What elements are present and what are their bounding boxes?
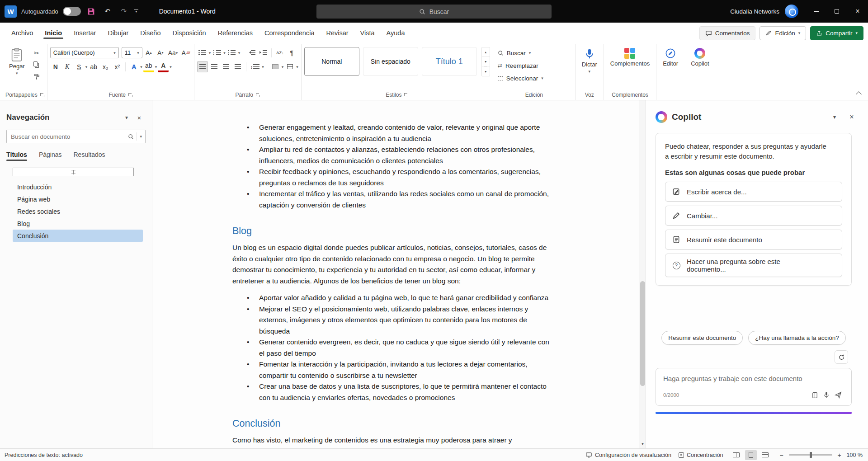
navigation-close-icon[interactable]: × (133, 112, 146, 123)
nav-item-blog[interactable]: Blog (13, 217, 143, 230)
prompt-pill-summarize[interactable]: Resumir este documento (661, 331, 743, 345)
superscript-button[interactable]: x² (112, 61, 123, 72)
share-button[interactable]: Compartir ▾ (810, 26, 863, 40)
copy-button[interactable] (31, 60, 42, 70)
zoom-slider-thumb[interactable] (810, 452, 812, 458)
font-name-combo[interactable]: Calibri (Cuerpo)▾ (50, 47, 119, 58)
document-area[interactable]: Generar engagement y lealtad, creando co… (152, 100, 646, 448)
save-icon[interactable] (85, 5, 97, 17)
zoom-slider[interactable] (789, 454, 832, 456)
nav-item-introduccion[interactable]: Introducción (13, 181, 143, 193)
show-marks-button[interactable]: ¶ (286, 47, 297, 58)
account-avatar[interactable] (785, 5, 798, 18)
focus-mode-button[interactable]: Concentración (679, 452, 723, 458)
styles-scroll-down[interactable]: ▾ (482, 57, 490, 66)
collapse-ribbon-icon[interactable] (856, 91, 862, 97)
scroll-down-icon[interactable]: ▾ (639, 440, 646, 447)
underline-button[interactable]: S (74, 61, 85, 72)
font-color-button[interactable]: A (158, 61, 169, 72)
navigation-search-input[interactable] (11, 133, 125, 140)
copilot-input-card[interactable]: 0/2000 (656, 368, 852, 406)
navigation-chevron-icon[interactable]: ▾ (120, 112, 133, 123)
quick-access-more-icon[interactable]: ▾ (134, 9, 138, 14)
line-spacing-button[interactable]: ↕ (249, 61, 261, 72)
tab-revisar[interactable]: Revisar (320, 26, 354, 40)
find-button[interactable]: Buscar▾ (496, 47, 545, 59)
titlebar-search[interactable]: Buscar (316, 5, 552, 19)
tab-diseno[interactable]: Diseño (134, 26, 166, 40)
bold-button[interactable]: N (50, 61, 61, 72)
borders-button[interactable] (284, 61, 295, 72)
editor-button[interactable]: Editor (659, 47, 682, 67)
text-effects-button[interactable]: A (128, 61, 139, 72)
zoom-in-button[interactable]: + (836, 452, 843, 459)
minimize-button[interactable] (806, 0, 826, 23)
maximize-button[interactable] (826, 0, 847, 23)
nav-item-redes-sociales[interactable]: Redes sociales (13, 205, 143, 217)
suggestion-ask-question[interactable]: ? Hacer una pregunta sobre este document… (665, 254, 842, 277)
microphone-icon[interactable] (821, 390, 832, 400)
navigation-heading-inline-box[interactable] (13, 168, 134, 176)
nav-item-pagina-web[interactable]: Página web (13, 193, 143, 205)
suggestion-summarize[interactable]: Resumir este documento (665, 230, 842, 249)
decrease-indent-button[interactable] (246, 47, 257, 58)
chevron-down-icon[interactable]: ▾ (140, 134, 142, 139)
nav-tab-resultados[interactable]: Resultados (73, 151, 105, 161)
tab-dibujar[interactable]: Dibujar (102, 26, 134, 40)
addins-button[interactable]: Complementos (607, 47, 653, 67)
numbering-button[interactable] (212, 47, 222, 58)
style-heading1[interactable]: Título 1 (422, 47, 477, 76)
redo-button[interactable]: ↷ (118, 5, 130, 17)
tab-vista[interactable]: Vista (354, 26, 381, 40)
align-center-button[interactable] (209, 61, 220, 72)
editing-mode-button[interactable]: Edición ▾ (760, 26, 806, 40)
tab-correspondencia[interactable]: Correspondencia (259, 26, 320, 40)
italic-button[interactable]: K (62, 61, 73, 72)
format-painter-button[interactable] (31, 72, 42, 81)
text-predictions-status[interactable]: Predicciones de texto: activado (5, 452, 83, 458)
notebook-icon[interactable] (809, 390, 821, 400)
sort-button[interactable]: AZ↓ (274, 47, 285, 58)
style-no-spacing[interactable]: Sin espaciado (363, 47, 418, 76)
grow-font-button[interactable]: A▴ (143, 47, 154, 58)
tab-insertar[interactable]: Insertar (68, 26, 102, 40)
styles-scroll-up[interactable]: ▴ (482, 47, 490, 57)
nav-tab-paginas[interactable]: Páginas (39, 151, 62, 161)
multilevel-list-button[interactable] (226, 47, 237, 58)
document-page[interactable]: Generar engagement y lealtad, creando co… (232, 100, 552, 446)
subscript-button[interactable]: x₂ (100, 61, 111, 72)
read-mode-button[interactable] (731, 450, 742, 460)
tab-ayuda[interactable]: Ayuda (381, 26, 411, 40)
dialog-launcher-icon[interactable] (40, 93, 44, 97)
comments-button[interactable]: Comentarios (699, 26, 756, 40)
align-right-button[interactable] (221, 61, 231, 72)
navigation-search[interactable]: ▾ (6, 130, 146, 143)
select-button[interactable]: Seleccionar▾ (496, 72, 545, 84)
replace-button[interactable]: ⇄ Reemplazar (496, 60, 545, 71)
shading-button[interactable] (270, 61, 281, 72)
suggestion-write-about[interactable]: Escribir acerca de... (665, 182, 842, 202)
document-scrollbar[interactable]: ▾ (639, 100, 646, 448)
refresh-prompts-button[interactable] (835, 350, 848, 364)
copilot-chevron-icon[interactable]: ▾ (828, 111, 841, 123)
zoom-out-button[interactable]: − (778, 452, 785, 459)
shrink-font-button[interactable]: A▾ (155, 47, 166, 58)
display-settings-button[interactable]: Configuración de visualización (585, 452, 671, 458)
copilot-prompt-input[interactable] (663, 375, 844, 382)
print-layout-button[interactable] (745, 450, 757, 460)
highlight-button[interactable]: ab (143, 61, 154, 72)
justify-button[interactable] (232, 61, 243, 72)
style-normal[interactable]: Normal (304, 47, 359, 76)
strikethrough-button[interactable]: ab (88, 61, 99, 72)
font-size-combo[interactable]: 11▾ (122, 47, 142, 58)
clear-formatting-button[interactable]: A (180, 47, 191, 58)
nav-item-conclusion[interactable]: Conclusión (13, 230, 143, 242)
change-case-button[interactable]: Aa▾ (167, 47, 179, 58)
dialog-launcher-icon[interactable] (404, 93, 408, 97)
nav-tab-titulos[interactable]: Títulos (6, 151, 27, 161)
copilot-ribbon-button[interactable]: Copilot (687, 47, 712, 67)
undo-button[interactable]: ↶ (102, 5, 113, 17)
dialog-launcher-icon[interactable] (256, 93, 260, 97)
dictate-button[interactable]: Dictar ▾ (578, 47, 601, 74)
paste-button[interactable]: Pegar ▾ (5, 47, 28, 75)
